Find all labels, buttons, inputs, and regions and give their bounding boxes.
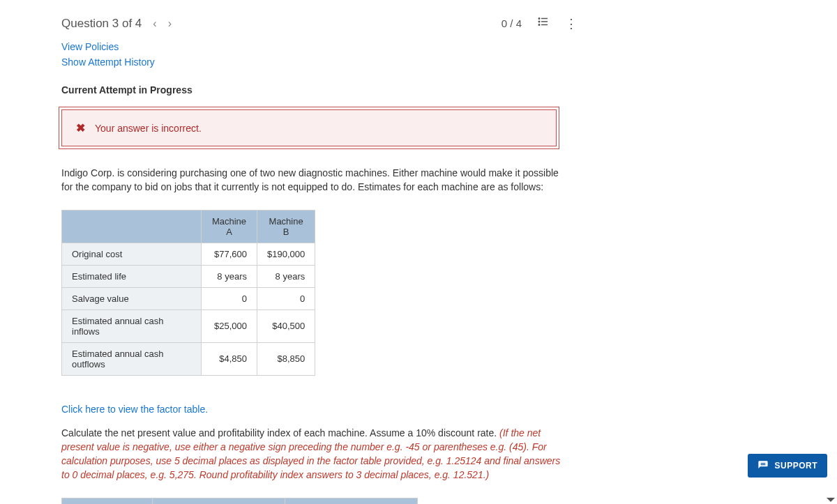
table-row: Estimated annual cash inflows $25,000 $4… (62, 310, 315, 342)
resize-handle-icon (827, 498, 835, 502)
svg-point-5 (538, 24, 540, 26)
row-label: Salvage value (62, 287, 202, 310)
row-label: Estimated annual cash outflows (62, 342, 202, 375)
cell-value: 0 (202, 287, 257, 310)
table-row: Original cost $77,600 $190,000 (62, 243, 315, 265)
row-label: Original cost (62, 243, 202, 265)
table-row: Salvage value 0 0 (62, 287, 315, 310)
score-display: 0 / 4 (502, 17, 522, 29)
show-attempt-history-link[interactable]: Show Attempt History (61, 56, 155, 68)
question-header: Question 3 of 4 ‹ › 0 / 4 ⋮ (61, 15, 576, 31)
question-list-icon[interactable] (537, 15, 550, 31)
cell-value: 8 years (257, 265, 315, 287)
support-label: SUPPORT (774, 461, 817, 471)
table-header-empty (62, 210, 202, 243)
cell-value: 0 (257, 287, 315, 310)
answers-header-machine-b: Machine B (285, 498, 418, 504)
question-prompt: Indigo Corp. is considering purchasing o… (61, 166, 564, 194)
kebab-menu-icon[interactable]: ⋮ (565, 16, 576, 31)
cell-value: 8 years (202, 265, 257, 287)
cell-value: $4,850 (202, 342, 257, 375)
prev-question-arrow[interactable]: ‹ (153, 17, 156, 30)
cell-value: $40,500 (257, 310, 315, 342)
row-label: Estimated annual cash inflows (62, 310, 202, 342)
table-header-machine-a: Machine A (202, 210, 257, 243)
question-title: Question 3 of 4 (61, 17, 142, 31)
view-policies-link[interactable]: View Policies (61, 41, 119, 52)
answers-header-empty (62, 498, 153, 504)
feedback-text: Your answer is incorrect. (95, 123, 202, 134)
table-row: Estimated life 8 years 8 years (62, 265, 315, 287)
incorrect-icon: ✖ (76, 121, 85, 135)
cell-value: $190,000 (257, 243, 315, 265)
answers-header-machine-a: Machine A (153, 498, 285, 504)
current-attempt-heading: Current Attempt in Progress (61, 84, 576, 96)
row-label: Estimated life (62, 265, 202, 287)
support-button[interactable]: SUPPORT (748, 454, 827, 478)
estimates-table: Machine A Machine B Original cost $77,60… (61, 210, 315, 376)
instruction-text: Calculate the net present value and prof… (61, 426, 564, 482)
table-header-machine-b: Machine B (257, 210, 315, 243)
cell-value: $8,850 (257, 342, 315, 375)
next-question-arrow[interactable]: › (168, 17, 172, 30)
factor-table-link[interactable]: Click here to view the factor table. (61, 404, 208, 415)
answers-table: Machine A Machine B Net present value $ … (61, 498, 418, 504)
cell-value: $25,000 (202, 310, 257, 342)
svg-point-4 (538, 21, 540, 22)
feedback-banner: ✖ Your answer is incorrect. (61, 109, 557, 146)
svg-point-3 (538, 18, 540, 20)
chat-icon (757, 460, 769, 471)
instruction-plain: Calculate the net present value and prof… (61, 427, 499, 438)
table-row: Estimated annual cash outflows $4,850 $8… (62, 342, 315, 375)
cell-value: $77,600 (202, 243, 257, 265)
